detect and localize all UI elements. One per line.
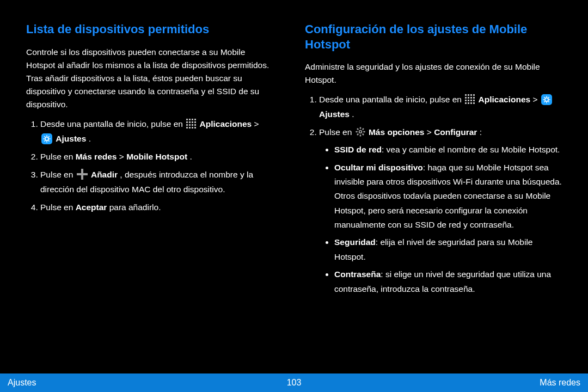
footer-page-number: 103: [0, 378, 588, 388]
svg-rect-15: [194, 127, 196, 128]
svg-rect-60: [357, 133, 359, 136]
svg-rect-37: [468, 100, 469, 101]
right-step-1: Desde una pantalla de inicio, pulse en A…: [319, 92, 562, 121]
steps-right: Desde una pantalla de inicio, pulse en A…: [305, 92, 562, 296]
section-title-right: Configuración de los ajustes de Mobile H…: [305, 22, 562, 52]
bullet-hide-device: Ocultar mi dispositivo: haga que su Mobi…: [334, 161, 562, 232]
svg-rect-16: [41, 133, 52, 144]
svg-rect-7: [194, 121, 196, 123]
svg-rect-56: [359, 135, 361, 137]
text: Desde una pantalla de inicio, pulse en: [319, 95, 464, 104]
text: Pulse en: [40, 152, 76, 161]
footer-left: Ajustes: [8, 378, 36, 388]
svg-rect-14: [192, 127, 193, 128]
text: >: [427, 127, 434, 137]
add-label: Añadir: [91, 170, 118, 179]
svg-rect-61: [357, 128, 359, 130]
svg-rect-8: [186, 124, 188, 126]
text: Pulse en: [40, 170, 76, 179]
text: >: [119, 152, 126, 161]
svg-line-50: [544, 97, 544, 97]
left-step-1: Desde una pantalla de inicio, pulse en A…: [40, 117, 272, 146]
svg-rect-6: [192, 121, 193, 123]
left-step-4: Pulse en Aceptar para añadirlo.: [40, 200, 272, 215]
svg-rect-13: [189, 127, 191, 128]
left-step-3: Pulse en Añadir , después introduzca el …: [40, 167, 272, 197]
svg-rect-62: [362, 133, 364, 136]
svg-rect-58: [363, 131, 365, 133]
svg-rect-41: [468, 102, 469, 104]
bullet-ssid: SSID de red: vea y cambie el nombre de s…: [334, 143, 562, 157]
svg-rect-33: [468, 97, 469, 99]
svg-rect-5: [189, 121, 191, 123]
svg-rect-44: [541, 94, 552, 105]
svg-rect-59: [362, 128, 364, 130]
section-title-left: Lista de dispositivos permitidos: [26, 22, 272, 37]
svg-line-24: [44, 140, 45, 141]
bullet-text: : haga que su Mobile Hotspot sea invisib…: [334, 163, 562, 229]
apps-grid-icon: [186, 118, 196, 128]
svg-line-51: [548, 97, 549, 97]
svg-rect-10: [192, 124, 193, 126]
svg-rect-29: [468, 94, 469, 96]
right-step-2: Pulse en: [319, 125, 562, 296]
svg-rect-34: [470, 97, 472, 99]
apps-grid-icon: [465, 94, 475, 103]
more-options-label: Más opciones: [369, 127, 425, 137]
svg-rect-30: [470, 94, 472, 96]
text: >: [533, 95, 540, 104]
svg-rect-38: [470, 100, 472, 101]
svg-rect-0: [186, 119, 188, 120]
text: Pulse en: [40, 203, 76, 212]
left-step-2: Pulse en Más redes > Mobile Hotspot .: [40, 149, 272, 164]
svg-rect-12: [186, 127, 188, 128]
bullet-label: Seguridad: [334, 237, 376, 247]
text: :: [480, 127, 482, 137]
svg-rect-11: [194, 124, 196, 126]
more-networks-label: Más redes: [76, 152, 117, 161]
text: .: [352, 109, 354, 119]
svg-rect-43: [473, 102, 475, 104]
bullet-security: Seguridad: elija el nivel de seguridad p…: [334, 235, 562, 264]
svg-rect-57: [356, 131, 357, 133]
settings-gear-icon: [41, 133, 52, 144]
svg-line-22: [44, 136, 45, 137]
settings-label: Ajustes: [56, 134, 86, 143]
text: Pulse en: [319, 127, 354, 137]
svg-point-63: [359, 131, 361, 133]
svg-rect-2: [192, 119, 193, 120]
bullet-label: SSID de red: [334, 145, 382, 154]
svg-rect-40: [465, 102, 467, 104]
footer-right: Más redes: [540, 378, 580, 388]
text: para añadirlo.: [109, 203, 161, 212]
configure-label: Configurar: [434, 127, 477, 137]
text: .: [189, 152, 192, 161]
svg-rect-31: [473, 94, 475, 96]
add-plus-icon: [77, 169, 88, 180]
bullet-label: Ocultar mi dispositivo: [334, 163, 423, 172]
svg-rect-9: [189, 124, 191, 126]
svg-line-23: [48, 136, 49, 137]
bullet-text: : vea y cambie el nombre de su Mobile Ho…: [382, 145, 560, 154]
svg-rect-36: [465, 100, 467, 101]
svg-rect-1: [189, 119, 191, 120]
svg-rect-28: [465, 94, 467, 96]
svg-rect-39: [473, 100, 475, 101]
apps-label: Aplicaciones: [200, 119, 252, 128]
svg-rect-42: [470, 102, 472, 104]
intro-right: Administre la seguridad y los ajustes de…: [305, 60, 562, 87]
svg-line-25: [48, 140, 49, 141]
page-footer: Ajustes 103 Más redes: [0, 373, 588, 392]
svg-rect-4: [186, 121, 188, 123]
intro-left: Controle si los dispositivos pueden cone…: [26, 46, 272, 111]
settings-label: Ajustes: [319, 109, 350, 119]
accept-label: Aceptar: [76, 203, 107, 212]
right-column: Configuración de los ajustes de Mobile H…: [294, 0, 588, 370]
text: Desde una pantalla de inicio, pulse en: [40, 119, 185, 128]
right-bullets: SSID de red: vea y cambie el nombre de s…: [319, 143, 562, 296]
svg-rect-32: [465, 97, 467, 99]
bullet-label: Contraseña: [334, 270, 381, 279]
svg-rect-55: [359, 127, 361, 129]
svg-rect-3: [194, 119, 196, 120]
bullet-password: Contraseña: si elige un nivel de segurid…: [334, 267, 562, 296]
